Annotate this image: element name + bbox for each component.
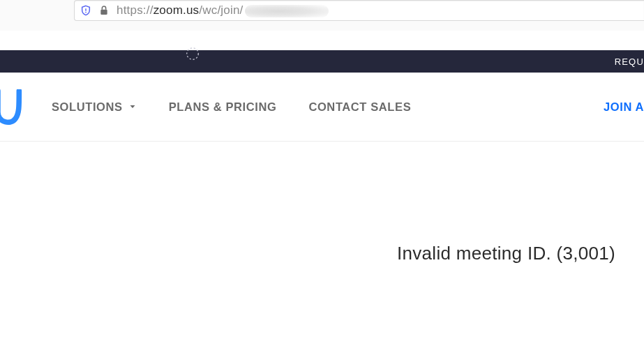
shield-icon [80,5,91,16]
nav-plans-label: PLANS & PRICING [169,100,277,114]
url-text: https://zoom.us/wc/join/ [117,0,329,21]
zoom-logo-fragment [0,89,24,130]
utility-bar: REQU [0,50,644,73]
svg-point-1 [85,12,87,13]
svg-rect-2 [100,10,107,15]
nav-links: SOLUTIONS PLANS & PRICING CONTACT SALES [52,100,411,114]
url-scheme: https:// [117,3,153,17]
request-demo-link[interactable]: REQU [615,56,644,67]
selection-marquee-icon [185,46,200,61]
main-nav: SOLUTIONS PLANS & PRICING CONTACT SALES … [0,73,644,142]
error-message: Invalid meeting ID. (3,001) [397,243,615,264]
nav-right: JOIN A [604,73,644,141]
content-area: Invalid meeting ID. (3,001) [0,142,644,361]
url-path: /wc/join/ [199,3,243,17]
join-meeting-link[interactable]: JOIN A [604,100,644,114]
lock-icon [98,5,110,16]
svg-point-3 [187,48,199,60]
nav-plans-pricing[interactable]: PLANS & PRICING [169,100,277,114]
browser-chrome: https://zoom.us/wc/join/ [0,0,644,31]
url-redacted [245,5,329,17]
address-bar[interactable]: https://zoom.us/wc/join/ [74,0,644,21]
nav-contact-sales[interactable]: CONTACT SALES [308,100,411,114]
chevron-down-icon [128,103,137,111]
url-host: zoom.us [153,3,200,17]
nav-solutions[interactable]: SOLUTIONS [52,100,137,114]
nav-solutions-label: SOLUTIONS [52,100,123,114]
nav-contact-label: CONTACT SALES [308,100,411,114]
